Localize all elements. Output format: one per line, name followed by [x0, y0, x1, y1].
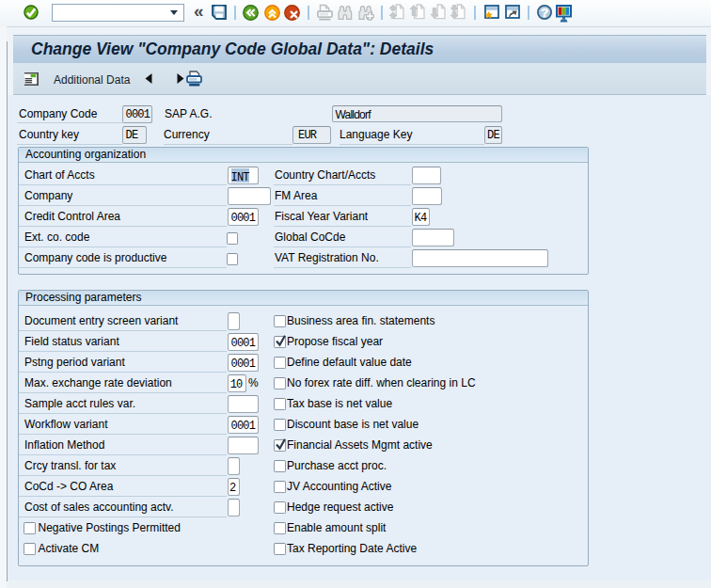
svg-text:?: ?	[541, 6, 548, 20]
